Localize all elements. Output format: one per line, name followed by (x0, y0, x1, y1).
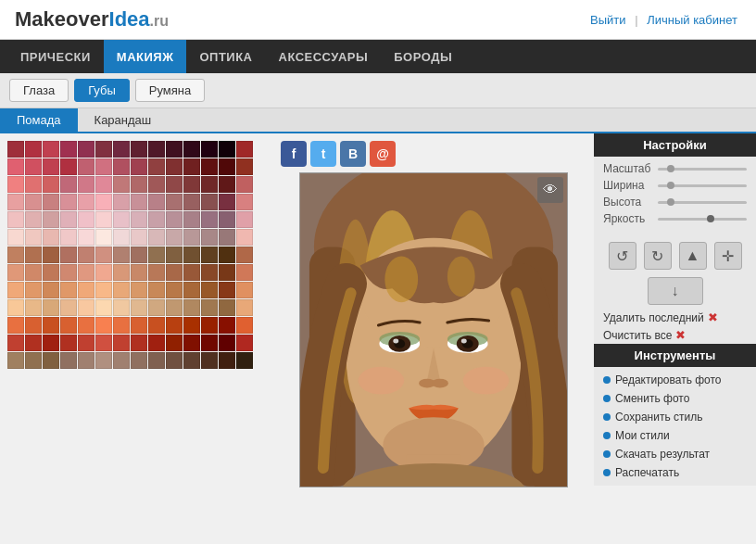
color-cell-107[interactable] (166, 264, 183, 281)
color-cell-135[interactable] (166, 299, 183, 316)
color-cell-38[interactable] (183, 176, 200, 193)
color-cell-126[interactable] (7, 299, 24, 316)
color-cell-180[interactable] (219, 352, 235, 369)
color-cell-177[interactable] (166, 352, 183, 369)
color-cell-178[interactable] (183, 352, 200, 369)
color-cell-13[interactable] (236, 141, 253, 158)
color-cell-11[interactable] (201, 141, 218, 158)
color-cell-94[interactable] (183, 247, 200, 263)
color-cell-130[interactable] (78, 299, 94, 316)
color-cell-171[interactable] (60, 352, 77, 369)
color-cell-59[interactable] (60, 211, 77, 228)
color-cell-149[interactable] (166, 317, 183, 334)
color-cell-90[interactable] (113, 247, 130, 263)
redo-button[interactable]: ↻ (644, 242, 672, 270)
color-cell-45[interactable] (60, 194, 77, 210)
color-cell-169[interactable] (25, 352, 42, 369)
mail-icon[interactable]: @ (370, 141, 396, 167)
color-cell-44[interactable] (43, 194, 59, 210)
color-cell-36[interactable] (148, 176, 165, 193)
color-cell-42[interactable] (7, 194, 24, 210)
color-cell-32[interactable] (78, 176, 94, 193)
color-cell-142[interactable] (43, 317, 59, 334)
cabinet-link[interactable]: Личный кабинет (647, 13, 737, 27)
color-cell-120[interactable] (148, 282, 165, 298)
color-cell-51[interactable] (166, 194, 183, 210)
color-cell-50[interactable] (148, 194, 165, 210)
color-cell-153[interactable] (236, 317, 253, 334)
color-cell-8[interactable] (148, 141, 165, 158)
color-cell-163[interactable] (166, 335, 183, 351)
color-cell-68[interactable] (219, 211, 235, 228)
color-cell-100[interactable] (43, 264, 59, 281)
color-cell-106[interactable] (148, 264, 165, 281)
nav-item-прически[interactable]: ПРИЧЕСКИ (7, 40, 104, 73)
color-cell-2[interactable] (43, 141, 59, 158)
color-cell-22[interactable] (148, 158, 165, 175)
down-button[interactable]: ↓ (648, 277, 703, 305)
color-cell-116[interactable] (78, 282, 94, 298)
color-cell-76[interactable] (113, 229, 130, 246)
tool-распечатать[interactable]: Распечатать (594, 463, 756, 482)
color-cell-49[interactable] (131, 194, 147, 210)
facebook-icon[interactable]: f (281, 141, 307, 167)
color-cell-7[interactable] (131, 141, 147, 158)
color-cell-129[interactable] (60, 299, 77, 316)
tab-карандаш[interactable]: Карандаш (78, 108, 169, 132)
tool-мои-стили[interactable]: Мои стили (594, 426, 756, 445)
color-cell-66[interactable] (183, 211, 200, 228)
color-cell-89[interactable] (95, 247, 112, 263)
color-cell-93[interactable] (166, 247, 183, 263)
brightness-slider[interactable] (658, 218, 747, 221)
color-cell-164[interactable] (183, 335, 200, 351)
color-cell-112[interactable] (7, 282, 24, 298)
color-cell-56[interactable] (7, 211, 24, 228)
color-cell-0[interactable] (7, 141, 24, 158)
color-cell-114[interactable] (43, 282, 59, 298)
color-cell-43[interactable] (25, 194, 42, 210)
color-cell-30[interactable] (43, 176, 59, 193)
color-cell-64[interactable] (148, 211, 165, 228)
color-cell-20[interactable] (113, 158, 130, 175)
color-cell-151[interactable] (201, 317, 218, 334)
color-cell-95[interactable] (201, 247, 218, 263)
color-cell-82[interactable] (219, 229, 235, 246)
color-cell-15[interactable] (25, 158, 42, 175)
color-cell-110[interactable] (219, 264, 235, 281)
color-cell-123[interactable] (201, 282, 218, 298)
color-cell-41[interactable] (236, 176, 253, 193)
color-cell-87[interactable] (60, 247, 77, 263)
color-cell-75[interactable] (95, 229, 112, 246)
tool-сохранить-стиль[interactable]: Сохранить стиль (594, 408, 756, 426)
color-cell-161[interactable] (131, 335, 147, 351)
color-cell-175[interactable] (131, 352, 147, 369)
color-cell-118[interactable] (113, 282, 130, 298)
twitter-icon[interactable]: t (310, 141, 336, 167)
color-cell-25[interactable] (201, 158, 218, 175)
color-cell-18[interactable] (78, 158, 94, 175)
color-cell-138[interactable] (219, 299, 235, 316)
tool-редактировать-фото[interactable]: Редактировать фото (594, 371, 756, 389)
clear-all-icon[interactable]: ✖ (675, 328, 686, 342)
color-cell-125[interactable] (236, 282, 253, 298)
color-cell-174[interactable] (113, 352, 130, 369)
color-cell-31[interactable] (60, 176, 77, 193)
color-cell-60[interactable] (78, 211, 94, 228)
color-cell-124[interactable] (219, 282, 235, 298)
color-cell-102[interactable] (78, 264, 94, 281)
color-cell-19[interactable] (95, 158, 112, 175)
color-cell-181[interactable] (236, 352, 253, 369)
color-cell-40[interactable] (219, 176, 235, 193)
color-cell-48[interactable] (113, 194, 130, 210)
color-cell-155[interactable] (25, 335, 42, 351)
color-cell-108[interactable] (183, 264, 200, 281)
delete-last-icon[interactable]: ✖ (708, 310, 718, 324)
color-cell-166[interactable] (219, 335, 235, 351)
color-cell-1[interactable] (25, 141, 42, 158)
color-cell-67[interactable] (201, 211, 218, 228)
color-cell-14[interactable] (7, 158, 24, 175)
sub-nav-румяна[interactable]: Румяна (135, 79, 205, 102)
color-cell-53[interactable] (201, 194, 218, 210)
color-cell-127[interactable] (25, 299, 42, 316)
color-cell-104[interactable] (113, 264, 130, 281)
